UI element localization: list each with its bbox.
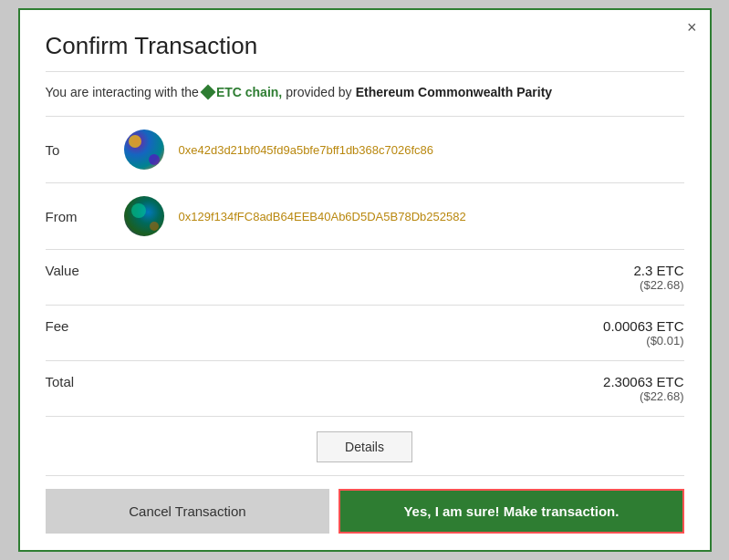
etc-badge: ETC chain,: [203, 85, 282, 99]
from-avatar: [124, 196, 164, 236]
close-button[interactable]: ×: [687, 19, 697, 36]
chain-info-prefix: You are interacting with the: [46, 85, 199, 99]
confirm-transaction-button[interactable]: Yes, I am sure! Make transaction.: [338, 489, 683, 534]
value-amount: 2.3 ETC: [633, 263, 683, 278]
total-usd: ($22.68): [603, 389, 683, 403]
chain-badge-text: ETC chain,: [216, 85, 282, 99]
value-label: Value: [46, 263, 109, 278]
modal-title: Confirm Transaction: [46, 32, 684, 72]
value-amounts: 2.3 ETC ($22.68): [633, 263, 683, 292]
from-label: From: [46, 209, 109, 224]
fee-amounts: 0.00063 ETC ($0.01): [603, 318, 683, 347]
to-label: To: [46, 142, 109, 158]
value-usd: ($22.68): [633, 278, 683, 292]
etc-diamond-icon: [200, 85, 215, 100]
provider-prefix: provided by: [286, 85, 351, 99]
total-amount: 2.30063 ETC: [603, 374, 683, 389]
total-row: Total 2.30063 ETC ($22.68): [46, 360, 684, 416]
fee-label: Fee: [46, 318, 109, 334]
cancel-transaction-button[interactable]: Cancel Transaction: [46, 489, 330, 534]
fee-amount: 0.00063 ETC: [603, 318, 683, 334]
total-amounts: 2.30063 ETC ($22.68): [603, 374, 683, 403]
fee-usd: ($0.01): [603, 334, 683, 347]
to-avatar: [124, 130, 164, 170]
details-section: Details: [46, 416, 684, 472]
from-row: From 0x129f134fFC8adB64EEB40Ab6D5DA5B78D…: [46, 182, 684, 249]
value-row: Value 2.3 ETC ($22.68): [46, 249, 684, 305]
footer: Cancel Transaction Yes, I am sure! Make …: [46, 475, 684, 550]
to-address: 0xe42d3d21bf045fd9a5bfe7bff1db368c7026fc…: [179, 143, 684, 157]
fee-row: Fee 0.00063 ETC ($0.01): [46, 305, 684, 360]
chain-info: You are interacting with the ETC chain, …: [46, 85, 684, 99]
details-button[interactable]: Details: [317, 431, 412, 462]
to-row: To 0xe42d3d21bf045fd9a5bfe7bff1db368c702…: [46, 116, 684, 182]
provider-name: Ethereum Commonwealth Parity: [356, 85, 553, 99]
confirm-transaction-modal: × Confirm Transaction You are interactin…: [18, 8, 712, 552]
total-label: Total: [46, 374, 109, 389]
from-address: 0x129f134fFC8adB64EEB40Ab6D5DA5B78Db2525…: [179, 210, 684, 223]
